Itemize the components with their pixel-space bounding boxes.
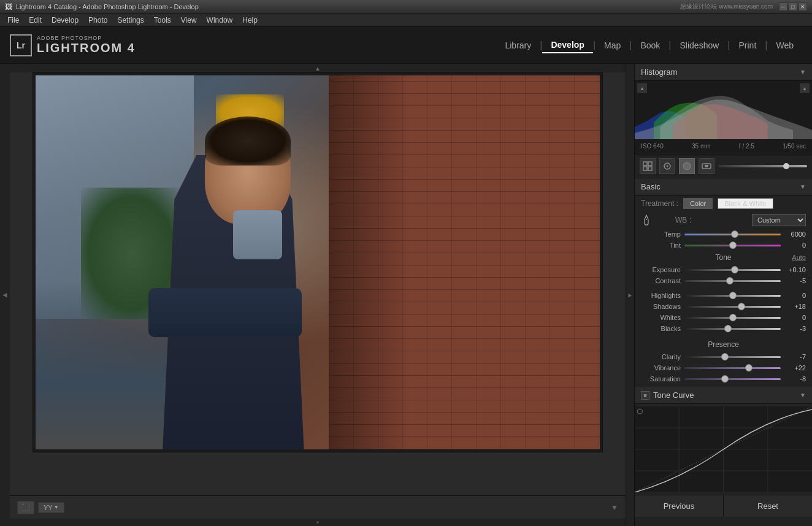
nav-book[interactable]: Book xyxy=(632,38,668,53)
menu-photo[interactable]: Photo xyxy=(83,15,112,26)
minimize-button[interactable]: ─ xyxy=(779,2,787,11)
vibrance-slider-track[interactable] xyxy=(684,367,781,369)
histogram-collapse-arrow: ▼ xyxy=(800,69,806,75)
tone-section-header: Tone Auto xyxy=(635,251,812,264)
person-hair xyxy=(205,116,291,166)
temp-label: Temp xyxy=(641,231,681,238)
highlights-slider-track[interactable] xyxy=(684,295,781,297)
title-text: Lightroom 4 Catalog - Adobe Photoshop Li… xyxy=(16,3,199,10)
highlights-label: Highlights xyxy=(641,292,681,299)
crop-tool-button[interactable] xyxy=(659,158,675,174)
title-bar: 🖼 Lightroom 4 Catalog - Adobe Photoshop … xyxy=(0,0,812,13)
menu-help[interactable]: Help xyxy=(237,15,262,26)
vibrance-slider-thumb xyxy=(745,364,753,372)
grid-tool-button[interactable] xyxy=(640,158,656,174)
wb-label: WB : xyxy=(675,216,691,224)
svg-point-6 xyxy=(667,166,668,167)
basic-title: Basic xyxy=(641,182,661,191)
shutter-info: 1/50 sec xyxy=(783,143,806,150)
treatment-label: Treatment : xyxy=(641,199,678,208)
saturation-slider-row: Saturation -8 xyxy=(635,373,812,384)
shadows-slider-row: Shadows +18 xyxy=(635,301,812,312)
nav-slideshow[interactable]: Slideshow xyxy=(672,38,728,53)
filmstrip-collapse-arrow[interactable]: ▼ xyxy=(611,503,618,512)
right-panel-toggle[interactable]: ► xyxy=(626,64,634,526)
clarity-slider-row: Clarity -7 xyxy=(635,351,812,362)
blacks-value: -3 xyxy=(784,325,806,332)
clarity-slider-track[interactable] xyxy=(684,356,781,358)
focal-length-info: 35 mm xyxy=(692,143,711,150)
bw-treatment-button[interactable]: Black & White xyxy=(718,198,773,209)
saturation-value: -8 xyxy=(784,375,806,383)
yy-button[interactable]: YY ▼ xyxy=(38,502,64,513)
maximize-button[interactable]: □ xyxy=(789,2,797,11)
svg-rect-1 xyxy=(643,162,647,166)
contrast-slider-track[interactable] xyxy=(684,280,781,282)
wb-eyedropper-tool[interactable] xyxy=(641,215,652,226)
tone-curve-chart[interactable] xyxy=(635,406,812,492)
whites-slider-track[interactable] xyxy=(684,317,781,319)
histogram-header[interactable]: Histogram ▼ xyxy=(635,64,812,81)
menu-window[interactable]: Window xyxy=(202,15,238,26)
app-icon: 🖼 xyxy=(5,2,12,11)
nav-web[interactable]: Web xyxy=(767,38,802,53)
tone-curve-collapse-toggle[interactable]: ■ xyxy=(641,391,649,400)
auto-button[interactable]: Auto xyxy=(792,254,806,261)
top-panel-arrow[interactable]: ▲ xyxy=(10,64,626,72)
color-treatment-button[interactable]: Color xyxy=(683,198,713,209)
basic-panel-header[interactable]: Basic ▼ xyxy=(635,178,812,196)
highlights-slider-thumb xyxy=(729,292,737,299)
nav-library[interactable]: Library xyxy=(496,38,540,53)
tool-slider[interactable] xyxy=(718,165,807,167)
clip-highlight-indicator[interactable]: ▲ xyxy=(800,83,810,93)
nav-map[interactable]: Map xyxy=(596,38,629,53)
previous-button[interactable]: Previous xyxy=(635,495,724,517)
menu-bar: File Edit Develop Photo Settings Tools V… xyxy=(0,13,812,27)
menu-edit[interactable]: Edit xyxy=(24,15,47,26)
right-panel: Histogram ▼ ▲ ▲ xyxy=(634,64,812,526)
left-panel-toggle[interactable]: ◄ xyxy=(0,64,10,526)
tint-slider-track[interactable] xyxy=(684,245,781,246)
photo-container[interactable] xyxy=(33,72,603,452)
saturation-slider-track[interactable] xyxy=(684,378,781,380)
nav-develop[interactable]: Develop xyxy=(542,37,592,53)
menu-file[interactable]: File xyxy=(2,15,24,26)
bottom-panel-arrow[interactable]: ▼ xyxy=(10,519,626,526)
clip-shadow-indicator[interactable]: ▲ xyxy=(637,83,647,93)
exposure-slider-row: Exposure +0.10 xyxy=(635,264,812,275)
treatment-row: Treatment : Color Black & White xyxy=(635,196,812,212)
menu-view[interactable]: View xyxy=(176,15,202,26)
blacks-slider-track[interactable] xyxy=(684,328,781,330)
histogram-chart xyxy=(635,81,812,139)
svg-rect-9 xyxy=(705,165,708,167)
nav-links: Library | Develop | Map | Book | Slidesh… xyxy=(496,37,802,53)
histogram-area: ▲ ▲ ISO 640 35 mm f / 2.5 xyxy=(635,81,812,154)
tone-curve-header[interactable]: ■ Tone Curve ▼ xyxy=(635,387,812,404)
exposure-slider-track[interactable] xyxy=(684,269,781,271)
contrast-value: -5 xyxy=(784,277,806,284)
menu-develop[interactable]: Develop xyxy=(47,15,83,26)
basic-collapse-arrow: ▼ xyxy=(800,183,806,190)
menu-tools[interactable]: Tools xyxy=(149,15,176,26)
reset-button[interactable]: Reset xyxy=(724,495,812,517)
close-button[interactable]: ✕ xyxy=(799,2,807,11)
shadows-slider-track[interactable] xyxy=(684,306,781,308)
view-mode-button[interactable]: ⬛ xyxy=(17,501,34,514)
photo-area: ▲ xyxy=(10,64,626,526)
watermark-text: 思缘设计论坛 www.missyuan.com xyxy=(680,2,773,11)
logo-area: Lr ADOBE PHOTOSHOP LIGHTROOM 4 xyxy=(10,34,136,56)
left-panel-arrow: ◄ xyxy=(1,291,9,299)
tint-value: 0 xyxy=(784,242,806,249)
spot-removal-tool-button[interactable] xyxy=(679,158,695,174)
exposure-slider-thumb xyxy=(731,266,738,273)
menu-settings[interactable]: Settings xyxy=(112,15,148,26)
tool-row xyxy=(635,154,812,178)
tint-slider-thumb xyxy=(729,242,737,249)
wb-dropdown[interactable]: Custom Auto Daylight Cloudy Shade Tungst… xyxy=(752,214,806,226)
red-eye-tool-button[interactable] xyxy=(699,158,714,174)
exposure-label: Exposure xyxy=(641,266,681,273)
whites-slider-thumb xyxy=(729,314,737,321)
nav-print[interactable]: Print xyxy=(730,38,765,53)
tone-curve-svg xyxy=(635,406,812,492)
temp-slider-track[interactable] xyxy=(684,234,781,235)
